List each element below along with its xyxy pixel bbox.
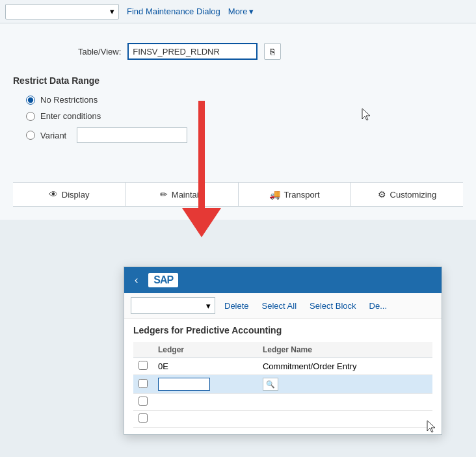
customizing-label: Customizing	[390, 190, 437, 200]
row-checkbox[interactable]	[139, 379, 148, 388]
table-view-row: Table/View: ⎘	[13, 43, 463, 60]
chevron-down-icon: ▾	[206, 301, 211, 311]
section-title: Restrict Data Range	[13, 75, 463, 86]
col-checkbox-header	[133, 342, 153, 358]
col-ledger-name-header: Ledger Name	[258, 342, 432, 358]
radio-group: No Restrictions Enter conditions Variant	[26, 95, 463, 143]
transport-label: Transport	[284, 190, 320, 200]
table-view-input[interactable]	[127, 43, 258, 60]
display-icon: 👁	[49, 189, 58, 200]
row-checkbox[interactable]	[139, 397, 148, 406]
copy-icon: ⎘	[270, 47, 275, 57]
maintain-icon: ✏	[160, 189, 168, 200]
dialog-header: ‹ SAP	[124, 267, 442, 293]
table-row: 0E Commitment/Order Entry	[133, 358, 432, 375]
radio-enter-conditions-label: Enter conditions	[40, 111, 101, 121]
customizing-button[interactable]: ⚙ Customizing	[351, 183, 463, 206]
col-ledger-header: Ledger	[153, 342, 258, 358]
ledger-cell: 0E	[153, 358, 258, 375]
radio-variant[interactable]: Variant	[26, 127, 463, 143]
chevron-down-icon: ▾	[110, 7, 114, 16]
radio-variant-label: Variant	[40, 131, 66, 140]
dialog-dropdown[interactable]: ▾	[131, 297, 215, 314]
dialog-section-title: Ledgers for Predictive Accounting	[133, 325, 432, 335]
dialog-toolbar: ▾ Delete Select All Select Block De...	[124, 293, 442, 319]
radio-enter-conditions[interactable]: Enter conditions	[26, 111, 463, 121]
row-checkbox[interactable]	[139, 361, 148, 370]
action-bar: 👁 Display ✏ Maintain 🚚 Transport ⚙ Custo…	[13, 182, 463, 207]
more-button[interactable]: More ▾	[228, 7, 254, 16]
select-all-link[interactable]: Select All	[258, 301, 300, 311]
toolbar-dropdown[interactable]: ▾	[5, 4, 119, 20]
radio-variant-input[interactable]	[26, 131, 35, 140]
transport-icon: 🚚	[269, 189, 280, 200]
dialog-back-button[interactable]: ‹	[131, 274, 142, 286]
radio-no-restrictions[interactable]: No Restrictions	[26, 95, 463, 105]
radio-no-restrictions-label: No Restrictions	[40, 95, 98, 105]
variant-input[interactable]	[77, 127, 187, 143]
dialog-content: Ledgers for Predictive Accounting Ledger…	[124, 319, 442, 434]
find-maintenance-link[interactable]: Find Maintenance Dialog	[127, 7, 220, 16]
dialog-table: Ledger Ledger Name 0E Commitment/Order E…	[133, 342, 432, 428]
chevron-down-icon: ▾	[249, 7, 254, 16]
display-button[interactable]: 👁 Display	[13, 183, 126, 206]
display-label: Display	[62, 190, 90, 200]
de-link[interactable]: De...	[365, 301, 391, 311]
radio-no-restrictions-input[interactable]	[26, 96, 35, 105]
top-toolbar: ▾ Find Maintenance Dialog More ▾	[0, 0, 476, 23]
ledger-edit-input[interactable]	[158, 378, 210, 391]
select-block-link[interactable]: Select Block	[306, 301, 360, 311]
maintain-button[interactable]: ✏ Maintain	[126, 183, 238, 206]
delete-link[interactable]: Delete	[220, 301, 253, 311]
table-row: 🔍	[133, 375, 432, 394]
sap-dialog: ‹ SAP ▾ Delete Select All Select Block D…	[124, 267, 442, 435]
main-content: Table/View: ⎘ Restrict Data Range No Res…	[0, 23, 476, 220]
restrict-data-range-section: Restrict Data Range No Restrictions Ente…	[13, 75, 463, 143]
table-row	[133, 411, 432, 428]
table-view-label: Table/View:	[78, 47, 121, 57]
radio-enter-conditions-input[interactable]	[26, 112, 35, 121]
ledger-name-cell: Commitment/Order Entry	[258, 358, 432, 375]
maintain-label: Maintain	[172, 190, 204, 200]
transport-button[interactable]: 🚚 Transport	[239, 183, 351, 206]
more-label: More	[228, 7, 248, 16]
customizing-icon: ⚙	[378, 189, 386, 200]
table-row	[133, 394, 432, 411]
copy-button[interactable]: ⎘	[264, 43, 281, 60]
sap-logo: SAP	[148, 273, 178, 287]
row-checkbox[interactable]	[139, 413, 148, 423]
ledger-search-button[interactable]: 🔍	[263, 378, 278, 391]
